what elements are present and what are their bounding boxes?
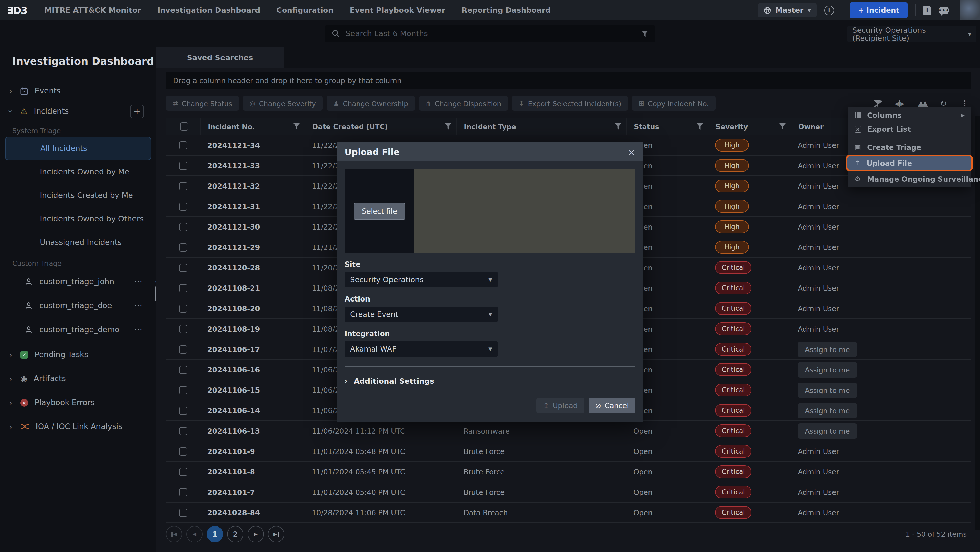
assign-to-me-button[interactable]: Assign to me bbox=[798, 341, 857, 357]
row-checkbox[interactable] bbox=[179, 427, 187, 435]
more-options-icon[interactable]: ⋯ bbox=[134, 300, 156, 310]
row-checkbox[interactable] bbox=[179, 141, 187, 149]
integration-select[interactable]: Akamai WAF ▼ bbox=[345, 341, 498, 357]
action-select[interactable]: Create Event ▼ bbox=[345, 307, 498, 322]
select-file-button[interactable]: Select file bbox=[354, 202, 405, 220]
global-search[interactable] bbox=[325, 25, 655, 42]
row-checkbox[interactable] bbox=[179, 223, 187, 231]
column-header-status[interactable]: Status bbox=[626, 118, 708, 135]
sidebar-item-incidents[interactable]: › ⚠ Incidents + bbox=[0, 101, 156, 121]
column-filter-icon[interactable] bbox=[780, 124, 786, 130]
upload-button[interactable]: ↥ Upload bbox=[536, 398, 584, 413]
sidebar-item-triage[interactable]: Incidents Owned by Others bbox=[0, 207, 156, 231]
column-filter-icon[interactable] bbox=[697, 124, 703, 130]
assign-to-me-button[interactable]: Assign to me bbox=[798, 382, 857, 398]
main-menu-item[interactable]: Reporting Dashboard bbox=[461, 6, 550, 14]
sidebar-item-custom-triage[interactable]: custom_triage_demo ⋯ bbox=[0, 317, 156, 341]
row-checkbox[interactable] bbox=[179, 406, 187, 414]
table-row[interactable]: 20241101-7 11/01/2024 05:40 PM UTC Brute… bbox=[166, 482, 971, 503]
select-all-checkbox[interactable] bbox=[180, 122, 188, 131]
close-icon[interactable]: × bbox=[627, 146, 635, 157]
row-checkbox[interactable] bbox=[179, 366, 187, 374]
sidebar-item-triage[interactable]: Unassigned Incidents bbox=[0, 231, 156, 254]
assign-to-me-button[interactable]: Assign to me bbox=[798, 362, 857, 377]
bulk-action-button[interactable]: ⇄ Change Status bbox=[166, 96, 239, 111]
assign-to-me-button[interactable]: Assign to me bbox=[798, 403, 857, 418]
sidebar-item-events[interactable]: › Events bbox=[0, 81, 156, 101]
column-header-date-created[interactable]: Date Created (UTC) bbox=[305, 118, 456, 135]
sidebar-item-triage[interactable]: Incidents Created by Me bbox=[0, 184, 156, 207]
menu-item-upload-file[interactable]: ↥ Upload File bbox=[846, 155, 973, 171]
main-menu-item[interactable]: Event Playbook Viewer bbox=[350, 6, 445, 14]
chat-icon[interactable]: ••• bbox=[939, 6, 949, 14]
column-filter-icon[interactable] bbox=[615, 124, 621, 130]
main-menu-item[interactable]: Configuration bbox=[277, 6, 333, 14]
row-checkbox[interactable] bbox=[179, 345, 187, 353]
bulk-action-button[interactable]: ♟ Change Ownership bbox=[327, 96, 415, 111]
sidebar-item-triage[interactable]: Incidents Owned by Me bbox=[0, 160, 156, 184]
additional-settings-toggle[interactable]: › Additional Settings bbox=[345, 376, 635, 386]
bulk-action-button[interactable]: ◎ Change Severity bbox=[243, 96, 323, 111]
bulk-action-button[interactable]: ↧ Export Selected Incident(s) bbox=[512, 96, 628, 111]
row-checkbox[interactable] bbox=[179, 447, 187, 455]
main-menu-item[interactable]: MITRE ATT&CK Monitor bbox=[45, 6, 141, 14]
row-checkbox[interactable] bbox=[179, 386, 187, 394]
sidebar-item-triage[interactable]: All Incidents bbox=[5, 137, 151, 160]
sidebar-item-pending-tasks[interactable]: › ✓ Pending Tasks bbox=[0, 344, 156, 365]
menu-item-export-list[interactable]: x Export List bbox=[848, 122, 971, 136]
more-options-icon[interactable]: ⋯ bbox=[134, 324, 156, 334]
sidebar-item-ioa-ioc[interactable]: › IOA / IOC Link Analysis bbox=[0, 416, 156, 437]
site-select[interactable]: Security Operations ▼ bbox=[345, 272, 498, 287]
row-checkbox[interactable] bbox=[179, 162, 187, 170]
more-options-icon[interactable]: ⋯ bbox=[134, 276, 156, 286]
prev-page-button[interactable]: ◀ bbox=[186, 526, 203, 542]
row-checkbox[interactable] bbox=[179, 202, 187, 211]
last-page-button[interactable]: ▶ bbox=[268, 526, 284, 542]
avatar[interactable] bbox=[959, 0, 980, 21]
first-page-button[interactable]: ◀ bbox=[166, 526, 182, 542]
menu-item-create-triage[interactable]: ▣ Create Triage bbox=[848, 140, 971, 154]
info-icon[interactable]: i bbox=[824, 5, 834, 15]
row-checkbox[interactable] bbox=[179, 325, 187, 333]
bulk-action-button[interactable]: ⋔ Change Disposition bbox=[419, 96, 508, 111]
table-row[interactable]: 20241106-13 11/06/2024 11:12 PM UTC Rans… bbox=[166, 421, 971, 441]
bulk-action-button[interactable]: ⊞ Copy Incident No. bbox=[632, 96, 716, 111]
row-checkbox[interactable] bbox=[179, 508, 187, 517]
group-by-dropzone[interactable]: Drag a column header and drop it here to… bbox=[166, 72, 971, 89]
table-row[interactable]: 20241101-8 11/01/2024 05:45 PM UTC Brute… bbox=[166, 462, 971, 482]
next-page-button[interactable]: ▶ bbox=[248, 526, 264, 542]
assign-to-me-button[interactable]: Assign to me bbox=[798, 423, 857, 438]
page-1-button[interactable]: 1 bbox=[207, 526, 223, 542]
row-checkbox[interactable] bbox=[179, 243, 187, 251]
row-checkbox[interactable] bbox=[179, 468, 187, 476]
recipient-site-selector[interactable]: Security Operations (Recipient Site) ▼ bbox=[847, 26, 977, 42]
menu-item-columns[interactable]: Columns ▶ bbox=[848, 108, 971, 122]
release-notes-icon[interactable]: i bbox=[923, 5, 931, 15]
menu-item-manage-surveillance[interactable]: ⚙ Manage Ongoing Surveillance bbox=[848, 172, 971, 186]
row-checkbox[interactable] bbox=[179, 488, 187, 496]
row-checkbox[interactable] bbox=[179, 182, 187, 190]
cancel-button[interactable]: ⊘ Cancel bbox=[589, 398, 635, 413]
tab-saved-searches[interactable]: Saved Searches bbox=[156, 47, 284, 68]
column-header-incident-type[interactable]: Incident Type bbox=[456, 118, 626, 135]
add-triage-button[interactable]: + bbox=[130, 104, 144, 118]
sidebar-item-artifacts[interactable]: › ◉ Artifacts bbox=[0, 368, 156, 389]
drop-area[interactable] bbox=[414, 170, 635, 252]
main-menu-item[interactable]: Investigation Dashboard bbox=[158, 6, 260, 14]
column-filter-icon[interactable] bbox=[445, 124, 451, 130]
table-row[interactable]: 20241028-84 10/28/2024 11:06 PM UTC Data… bbox=[166, 503, 971, 523]
column-header-severity[interactable]: Severity bbox=[708, 118, 791, 135]
row-checkbox[interactable] bbox=[179, 284, 187, 292]
master-site-dropdown[interactable]: Master ▼ bbox=[758, 3, 816, 17]
filter-icon[interactable] bbox=[641, 30, 648, 37]
table-row[interactable]: 20241101-9 11/01/2024 05:48 PM UTC Brute… bbox=[166, 441, 971, 462]
add-incident-button[interactable]: + Incident bbox=[850, 2, 907, 18]
row-checkbox[interactable] bbox=[179, 263, 187, 272]
clear-filters-icon[interactable] bbox=[873, 100, 881, 107]
column-header-incident-no[interactable]: Incident No. bbox=[200, 118, 305, 135]
sidebar-item-playbook-errors[interactable]: › × Playbook Errors bbox=[0, 392, 156, 413]
search-input[interactable] bbox=[345, 29, 636, 38]
sidebar-item-custom-triage[interactable]: custom_triage_doe ⋯ bbox=[0, 293, 156, 317]
sidebar-item-custom-triage[interactable]: custom_triage_john ⋯ bbox=[0, 270, 156, 293]
page-2-button[interactable]: 2 bbox=[227, 526, 243, 542]
